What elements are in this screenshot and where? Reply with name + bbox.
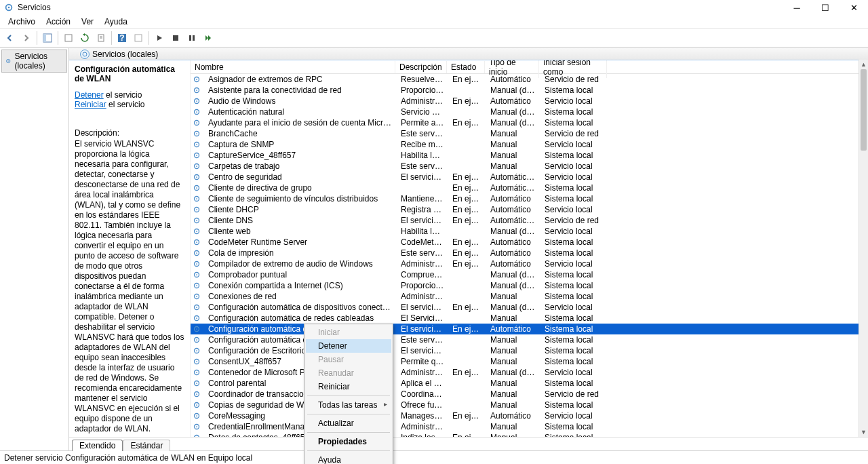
table-row[interactable]: Configuración automática de dispositivos…: [191, 302, 868, 313]
cell-name: Cliente DNS: [204, 216, 397, 225]
cell-name: Audio de Windows: [204, 96, 397, 106]
minimize-button[interactable]: ─: [783, 0, 811, 15]
cell-logon: Servicio de red: [540, 216, 608, 225]
extra-button[interactable]: [131, 31, 146, 45]
maximize-button[interactable]: ☐: [811, 0, 840, 15]
stop-service-button[interactable]: [168, 31, 183, 45]
start-service-button[interactable]: [152, 31, 167, 45]
table-row[interactable]: CoreMessagingManages co...En ejecu...Aut…: [191, 410, 868, 421]
table-row[interactable]: Cliente de seguimiento de vínculos distr…: [191, 193, 868, 204]
cell-start: Manual: [486, 161, 540, 171]
table-row[interactable]: Conexiones de redAdministra o...ManualSi…: [191, 291, 868, 302]
table-row[interactable]: Configuración automática de redes cablea…: [191, 313, 868, 324]
cell-desc: CodeMeter ...: [397, 237, 448, 247]
list-rows[interactable]: Asignador de extremos de RPCResuelve ide…: [191, 74, 868, 437]
tree-pane: Servicios (locales): [0, 48, 69, 450]
table-row[interactable]: Coordinador de transacciones cCoordina l…: [191, 389, 868, 400]
table-row[interactable]: Configuración automática de WEste servic…: [191, 334, 868, 345]
col-logon[interactable]: Iniciar sesión como: [539, 60, 607, 78]
tab-estandar[interactable]: Estándar: [123, 440, 170, 451]
list-header: Nombre Descripción Estado Tipo de inicio…: [191, 60, 868, 74]
menu-item-todas-las-tareas[interactable]: Todas las tareas: [306, 398, 391, 412]
menu-archivo[interactable]: Archivo: [3, 16, 41, 28]
show-hide-tree-button[interactable]: [40, 31, 55, 45]
col-name[interactable]: Nombre: [191, 61, 395, 73]
tree-node-services-local[interactable]: Servicios (locales): [1, 50, 67, 73]
table-row[interactable]: Cliente DNSEl servicio Cli...En ejecu...…: [191, 215, 868, 226]
back-button[interactable]: [3, 31, 18, 45]
table-row[interactable]: Comprobador puntualComprueba ...Manual (…: [191, 269, 868, 280]
svg-point-28: [196, 133, 197, 134]
cell-start: Manual: [486, 357, 540, 366]
menu-ver[interactable]: Ver: [76, 16, 99, 28]
refresh-button[interactable]: [77, 31, 92, 45]
table-row[interactable]: Cola de impresiónEste servicio ...En eje…: [191, 248, 868, 258]
pause-service-button[interactable]: [184, 31, 199, 45]
menu-item-detener[interactable]: Detener: [306, 339, 391, 353]
table-row[interactable]: Datos de contactos_48ff657Indiza los da.…: [191, 432, 868, 437]
table-row[interactable]: Cliente de directiva de grupoEn ejecu...…: [191, 182, 868, 193]
table-row[interactable]: Audio de WindowsAdministra e...En ejecu.…: [191, 96, 868, 107]
col-state[interactable]: Estado: [447, 61, 485, 73]
svg-point-30: [196, 144, 197, 145]
table-row[interactable]: Configuración de Escritorio remEl servic…: [191, 345, 868, 356]
cell-start: Manual: [486, 346, 540, 355]
cell-logon: Servicio local: [540, 227, 608, 236]
col-start[interactable]: Tipo de inicio: [485, 60, 539, 78]
restart-service-button[interactable]: [201, 31, 216, 45]
table-row[interactable]: Cliente DHCPRegistra y ac...En ejecu...A…: [191, 204, 868, 215]
help-button[interactable]: ?: [115, 31, 130, 45]
scroll-down-arrow[interactable]: ▼: [859, 427, 868, 437]
menu-item-ayuda[interactable]: Ayuda: [306, 453, 391, 464]
cell-name: Cliente de seguimiento de vínculos distr…: [204, 194, 397, 204]
menu-item-reiniciar[interactable]: Reiniciar: [306, 380, 391, 393]
table-row[interactable]: CodeMeter Runtime ServerCodeMeter ...En …: [191, 237, 868, 248]
table-row[interactable]: BranchCacheEste servicio ...ManualServic…: [191, 128, 868, 139]
cell-desc: Comprueba ...: [397, 270, 448, 279]
cell-name: Conexiones de red: [204, 292, 397, 301]
context-menu[interactable]: IniciarDetenerPausarReanudarReiniciarTod…: [304, 324, 393, 464]
table-row[interactable]: Captura de SNMPRecibe mens...ManualServi…: [191, 139, 868, 150]
restart-link[interactable]: Reiniciar: [75, 100, 106, 109]
table-row[interactable]: Copias de seguridad de WindovOfrece func…: [191, 400, 868, 410]
table-row[interactable]: Control parentalAplica el con...ManualSi…: [191, 378, 868, 389]
table-row[interactable]: Contenedor de Microsoft PasspAdministra …: [191, 367, 868, 378]
table-row[interactable]: Asistente para la conectividad de redPro…: [191, 85, 868, 96]
stop-link[interactable]: Detener: [75, 90, 104, 100]
services-icon: [4, 3, 14, 12]
scroll-up-arrow[interactable]: ▲: [859, 60, 868, 69]
tab-extendido[interactable]: Extendido: [72, 440, 123, 451]
export-button[interactable]: [61, 31, 76, 45]
table-row[interactable]: Compilador de extremo de audio de Window…: [191, 258, 868, 269]
scrollbar[interactable]: ▲ ▼: [859, 60, 868, 437]
tab-icon: [80, 50, 90, 59]
properties-button[interactable]: [94, 31, 108, 45]
table-row[interactable]: Centro de seguridadEl servicio W...En ej…: [191, 172, 868, 182]
menu-accion[interactable]: Acción: [41, 16, 76, 28]
cell-name: Comprobador puntual: [204, 270, 397, 279]
menu-item-actualizar[interactable]: Actualizar: [306, 417, 391, 430]
table-row[interactable]: Ayudante para el inicio de sesión de cue…: [191, 117, 868, 128]
menu-ayuda[interactable]: Ayuda: [99, 16, 133, 28]
cell-desc: Habilita la fu...: [397, 151, 448, 160]
menu-item-propiedades[interactable]: Propiedades: [306, 435, 391, 448]
table-row[interactable]: Cliente webHabilita los ...Manual (desen…: [191, 226, 868, 237]
cell-state: En ejecu...: [448, 324, 486, 334]
forward-button[interactable]: [19, 31, 34, 45]
table-row[interactable]: Autenticación naturalServicio de a...Man…: [191, 107, 868, 117]
cell-name: Compilador de extremo de audio de Window…: [204, 259, 397, 269]
table-row[interactable]: CredentialEnrollmentManagerUAdministrad.…: [191, 421, 868, 432]
cell-start: Manual: [486, 335, 540, 345]
table-row[interactable]: ConsentUX_48ff657Permite que ...ManualSi…: [191, 356, 868, 367]
cell-name: Conexión compartida a Internet (ICS): [204, 281, 397, 290]
scroll-thumb[interactable]: [861, 69, 867, 151]
close-button[interactable]: ✕: [840, 0, 868, 15]
cell-logon: Sistema local: [540, 237, 608, 247]
description-label: Descripción:: [75, 128, 184, 138]
table-row[interactable]: Conexión compartida a Internet (ICS)Prop…: [191, 280, 868, 291]
table-row[interactable]: CaptureService_48ff657Habilita la fu...M…: [191, 150, 868, 161]
col-desc[interactable]: Descripción: [395, 61, 447, 73]
cell-desc: Administra cl...: [397, 368, 448, 377]
table-row[interactable]: Configuración automática de WEl servicio…: [191, 324, 868, 334]
table-row[interactable]: Carpetas de trabajoEste servicio ...Manu…: [191, 161, 868, 172]
